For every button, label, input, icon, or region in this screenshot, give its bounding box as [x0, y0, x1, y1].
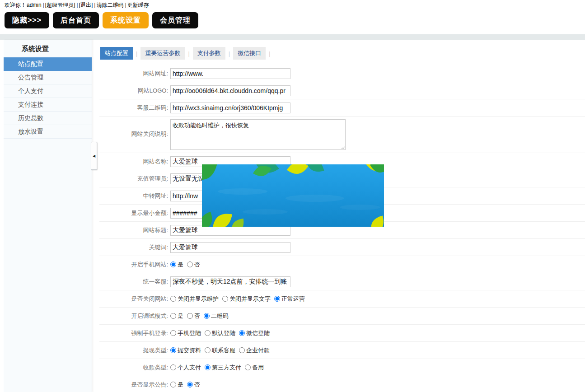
sidebar-item-4[interactable]: 历史总数	[4, 112, 92, 125]
sidebar-item-1[interactable]: 公告管理	[4, 71, 92, 84]
separator: |	[76, 2, 78, 8]
radio-option-label: 否	[194, 261, 200, 269]
radio-option[interactable]: 手机登陆	[170, 329, 201, 337]
field-label: 网站LOGO:	[99, 87, 168, 95]
field-label: 统一客服:	[99, 278, 168, 286]
radio-option-label: 关闭并显示维护	[178, 295, 219, 303]
form-row: 关键词:	[99, 239, 585, 256]
radio-button[interactable]	[170, 382, 176, 387]
radio-option[interactable]: 默认登陆	[205, 329, 235, 337]
radio-button[interactable]	[239, 330, 245, 336]
refresh-cache-link[interactable]: 更新缓存	[127, 2, 149, 8]
sidebar-collapse-handle[interactable]: ◀	[91, 142, 97, 170]
field-label: 收款类型:	[99, 364, 168, 372]
text-input-11[interactable]	[170, 276, 290, 287]
text-input-0[interactable]	[170, 68, 290, 79]
radio-button[interactable]	[170, 330, 176, 336]
radio-button[interactable]	[187, 261, 193, 267]
radio-option[interactable]: 关闭并显示维护	[170, 295, 219, 303]
text-input-9[interactable]	[170, 242, 290, 253]
radio-option[interactable]: 备用	[245, 364, 264, 372]
radio-button[interactable]	[170, 313, 176, 319]
nav-button-2[interactable]: 系统设置	[103, 12, 149, 28]
settings-form: 网站网址:网站LOGO:客服二维码:网站关闭说明:收款功能临时维护，很快恢复网站…	[99, 65, 585, 392]
radio-button[interactable]	[170, 296, 176, 302]
separator: |	[125, 2, 126, 8]
radio-option-label: 手机登陆	[178, 329, 201, 337]
field-area: 手机登陆默认登陆微信登陆	[170, 329, 270, 337]
radio-option[interactable]: 否	[187, 312, 200, 320]
textarea-input-3[interactable]: 收款功能临时维护，很快恢复	[170, 119, 346, 150]
radio-button[interactable]	[187, 382, 193, 387]
field-label: 是否关闭网站:	[99, 295, 168, 303]
radio-button[interactable]	[187, 313, 193, 319]
radio-option-label: 企业付款	[246, 346, 270, 355]
field-label: 关键词:	[99, 243, 168, 252]
clear-qrcode-link[interactable]: 清除二维码	[96, 2, 123, 8]
tab-0[interactable]: 站点配置	[100, 47, 133, 60]
field-area	[170, 242, 290, 253]
tab-3[interactable]: 微信接口	[233, 47, 266, 60]
form-row: 网站LOGO:	[99, 82, 585, 99]
radio-option[interactable]: 是	[170, 381, 183, 389]
radio-option-label: 备用	[252, 364, 264, 372]
sidebar-item-5[interactable]: 放水设置	[4, 125, 92, 139]
radio-option[interactable]: 是	[170, 261, 183, 269]
tab-1[interactable]: 重要运营参数	[140, 47, 185, 60]
radio-option-label: 是	[178, 312, 183, 320]
nav-button-3[interactable]: 会员管理	[152, 12, 198, 28]
radio-option-label: 是	[178, 381, 183, 389]
radio-option[interactable]: 个人支付	[170, 364, 201, 372]
radio-option[interactable]: 微信登陆	[239, 329, 270, 337]
field-area	[170, 68, 290, 79]
radio-button[interactable]	[205, 364, 211, 370]
radio-option[interactable]: 否	[187, 261, 200, 269]
field-label: 网站标题:	[99, 226, 168, 234]
nav-button-0[interactable]: 隐藏>>>	[5, 12, 49, 28]
radio-button[interactable]	[274, 296, 280, 302]
logout-link[interactable]: [退出]	[79, 2, 93, 8]
radio-button[interactable]	[205, 347, 211, 353]
welcome-text: 欢迎你！	[5, 2, 26, 8]
form-row: 强制手机登录:手机登陆默认登陆微信登陆	[99, 325, 585, 342]
radio-button[interactable]	[204, 313, 210, 319]
radio-option[interactable]: 是	[170, 312, 183, 320]
radio-option-label: 个人支付	[178, 364, 201, 372]
radio-option[interactable]: 联系客服	[205, 346, 235, 355]
tab-2[interactable]: 支付参数	[193, 47, 225, 60]
radio-option-label: 正常运营	[281, 295, 305, 303]
radio-button[interactable]	[239, 347, 245, 353]
radio-button[interactable]	[245, 364, 251, 370]
sidebar-item-2[interactable]: 个人支付	[4, 84, 92, 98]
radio-button[interactable]	[222, 296, 228, 302]
radio-option[interactable]: 第三方支付	[205, 364, 241, 372]
radio-option-label: 提交资料	[178, 346, 201, 355]
radio-option[interactable]: 提交资料	[170, 346, 201, 355]
tab-separator: |	[269, 50, 270, 57]
radio-option-label: 否	[194, 312, 200, 320]
field-label: 提现类型:	[99, 346, 168, 355]
sidebar-item-3[interactable]: 支付连接	[4, 98, 92, 112]
text-input-1[interactable]	[170, 85, 290, 96]
radio-option-label: 是	[178, 261, 183, 269]
radio-option[interactable]: 关闭并显示文字	[222, 295, 271, 303]
text-input-2[interactable]	[170, 103, 290, 113]
separator: |	[43, 2, 44, 8]
field-label: 开启调试模式:	[99, 312, 168, 320]
header-divider-band	[0, 34, 585, 40]
radio-option[interactable]: 否	[187, 381, 200, 389]
sidebar-item-0[interactable]: 站点配置	[4, 57, 92, 71]
radio-button[interactable]	[170, 261, 176, 267]
radio-option[interactable]: 企业付款	[239, 346, 270, 355]
field-area	[170, 276, 290, 287]
radio-option[interactable]: 二维码	[204, 312, 229, 320]
nav-button-1[interactable]: 后台首页	[53, 12, 99, 28]
welcome-bar: 欢迎你！admin|[超级管理员]|[退出]|清除二维码|更新缓存	[5, 1, 150, 9]
radio-button[interactable]	[170, 347, 176, 353]
field-label: 网站关闭说明:	[99, 130, 168, 138]
decorative-blue-leaf-image	[202, 164, 384, 227]
radio-button[interactable]	[205, 330, 211, 336]
username-link[interactable]: admin	[27, 2, 42, 8]
radio-button[interactable]	[170, 364, 176, 370]
radio-option[interactable]: 正常运营	[274, 295, 305, 303]
